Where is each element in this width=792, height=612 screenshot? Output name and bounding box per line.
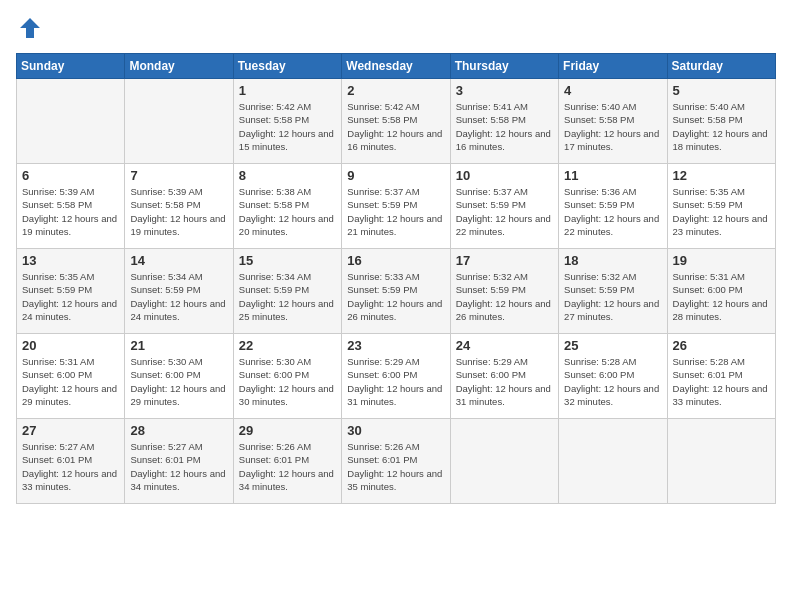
day-number: 23 (347, 338, 444, 353)
day-number: 28 (130, 423, 227, 438)
day-number: 16 (347, 253, 444, 268)
weekday-header-wednesday: Wednesday (342, 54, 450, 79)
day-info: Sunrise: 5:28 AM Sunset: 6:00 PM Dayligh… (564, 355, 661, 408)
day-info: Sunrise: 5:30 AM Sunset: 6:00 PM Dayligh… (239, 355, 336, 408)
day-number: 11 (564, 168, 661, 183)
day-number: 17 (456, 253, 553, 268)
weekday-header-saturday: Saturday (667, 54, 775, 79)
day-info: Sunrise: 5:26 AM Sunset: 6:01 PM Dayligh… (239, 440, 336, 493)
calendar-cell (667, 419, 775, 504)
day-info: Sunrise: 5:30 AM Sunset: 6:00 PM Dayligh… (130, 355, 227, 408)
page-header (16, 16, 776, 45)
day-info: Sunrise: 5:26 AM Sunset: 6:01 PM Dayligh… (347, 440, 444, 493)
weekday-header-thursday: Thursday (450, 54, 558, 79)
day-number: 19 (673, 253, 770, 268)
day-number: 1 (239, 83, 336, 98)
day-number: 29 (239, 423, 336, 438)
day-info: Sunrise: 5:29 AM Sunset: 6:00 PM Dayligh… (347, 355, 444, 408)
calendar-cell: 2Sunrise: 5:42 AM Sunset: 5:58 PM Daylig… (342, 79, 450, 164)
day-info: Sunrise: 5:39 AM Sunset: 5:58 PM Dayligh… (130, 185, 227, 238)
week-row-4: 20Sunrise: 5:31 AM Sunset: 6:00 PM Dayli… (17, 334, 776, 419)
day-info: Sunrise: 5:27 AM Sunset: 6:01 PM Dayligh… (130, 440, 227, 493)
day-number: 14 (130, 253, 227, 268)
day-number: 9 (347, 168, 444, 183)
day-info: Sunrise: 5:42 AM Sunset: 5:58 PM Dayligh… (347, 100, 444, 153)
calendar-cell: 9Sunrise: 5:37 AM Sunset: 5:59 PM Daylig… (342, 164, 450, 249)
day-info: Sunrise: 5:42 AM Sunset: 5:58 PM Dayligh… (239, 100, 336, 153)
day-number: 22 (239, 338, 336, 353)
calendar-cell: 5Sunrise: 5:40 AM Sunset: 5:58 PM Daylig… (667, 79, 775, 164)
day-number: 2 (347, 83, 444, 98)
day-number: 30 (347, 423, 444, 438)
day-number: 3 (456, 83, 553, 98)
day-number: 8 (239, 168, 336, 183)
day-info: Sunrise: 5:34 AM Sunset: 5:59 PM Dayligh… (130, 270, 227, 323)
calendar-cell: 19Sunrise: 5:31 AM Sunset: 6:00 PM Dayli… (667, 249, 775, 334)
week-row-2: 6Sunrise: 5:39 AM Sunset: 5:58 PM Daylig… (17, 164, 776, 249)
day-info: Sunrise: 5:36 AM Sunset: 5:59 PM Dayligh… (564, 185, 661, 238)
calendar-cell: 14Sunrise: 5:34 AM Sunset: 5:59 PM Dayli… (125, 249, 233, 334)
day-number: 20 (22, 338, 119, 353)
calendar-cell: 3Sunrise: 5:41 AM Sunset: 5:58 PM Daylig… (450, 79, 558, 164)
calendar-cell: 16Sunrise: 5:33 AM Sunset: 5:59 PM Dayli… (342, 249, 450, 334)
calendar-cell: 18Sunrise: 5:32 AM Sunset: 5:59 PM Dayli… (559, 249, 667, 334)
day-number: 12 (673, 168, 770, 183)
logo-text (16, 16, 42, 45)
day-info: Sunrise: 5:40 AM Sunset: 5:58 PM Dayligh… (673, 100, 770, 153)
day-number: 26 (673, 338, 770, 353)
calendar-cell: 21Sunrise: 5:30 AM Sunset: 6:00 PM Dayli… (125, 334, 233, 419)
calendar-cell: 29Sunrise: 5:26 AM Sunset: 6:01 PM Dayli… (233, 419, 341, 504)
calendar-cell: 27Sunrise: 5:27 AM Sunset: 6:01 PM Dayli… (17, 419, 125, 504)
weekday-header-sunday: Sunday (17, 54, 125, 79)
svg-marker-0 (20, 18, 40, 38)
day-info: Sunrise: 5:41 AM Sunset: 5:58 PM Dayligh… (456, 100, 553, 153)
logo (16, 16, 42, 45)
calendar-cell: 24Sunrise: 5:29 AM Sunset: 6:00 PM Dayli… (450, 334, 558, 419)
calendar-cell (125, 79, 233, 164)
day-info: Sunrise: 5:35 AM Sunset: 5:59 PM Dayligh… (673, 185, 770, 238)
calendar-cell: 4Sunrise: 5:40 AM Sunset: 5:58 PM Daylig… (559, 79, 667, 164)
day-info: Sunrise: 5:31 AM Sunset: 6:00 PM Dayligh… (22, 355, 119, 408)
calendar-cell: 8Sunrise: 5:38 AM Sunset: 5:58 PM Daylig… (233, 164, 341, 249)
day-info: Sunrise: 5:37 AM Sunset: 5:59 PM Dayligh… (456, 185, 553, 238)
calendar-cell: 10Sunrise: 5:37 AM Sunset: 5:59 PM Dayli… (450, 164, 558, 249)
weekday-header-friday: Friday (559, 54, 667, 79)
calendar-cell: 20Sunrise: 5:31 AM Sunset: 6:00 PM Dayli… (17, 334, 125, 419)
day-number: 13 (22, 253, 119, 268)
weekday-header-tuesday: Tuesday (233, 54, 341, 79)
calendar-cell: 7Sunrise: 5:39 AM Sunset: 5:58 PM Daylig… (125, 164, 233, 249)
day-info: Sunrise: 5:38 AM Sunset: 5:58 PM Dayligh… (239, 185, 336, 238)
day-number: 15 (239, 253, 336, 268)
day-info: Sunrise: 5:37 AM Sunset: 5:59 PM Dayligh… (347, 185, 444, 238)
calendar-cell: 15Sunrise: 5:34 AM Sunset: 5:59 PM Dayli… (233, 249, 341, 334)
day-info: Sunrise: 5:32 AM Sunset: 5:59 PM Dayligh… (456, 270, 553, 323)
weekday-header-monday: Monday (125, 54, 233, 79)
calendar-cell: 25Sunrise: 5:28 AM Sunset: 6:00 PM Dayli… (559, 334, 667, 419)
day-info: Sunrise: 5:28 AM Sunset: 6:01 PM Dayligh… (673, 355, 770, 408)
day-info: Sunrise: 5:32 AM Sunset: 5:59 PM Dayligh… (564, 270, 661, 323)
day-info: Sunrise: 5:29 AM Sunset: 6:00 PM Dayligh… (456, 355, 553, 408)
day-number: 5 (673, 83, 770, 98)
day-number: 27 (22, 423, 119, 438)
calendar-cell: 28Sunrise: 5:27 AM Sunset: 6:01 PM Dayli… (125, 419, 233, 504)
calendar-cell: 23Sunrise: 5:29 AM Sunset: 6:00 PM Dayli… (342, 334, 450, 419)
day-info: Sunrise: 5:40 AM Sunset: 5:58 PM Dayligh… (564, 100, 661, 153)
week-row-5: 27Sunrise: 5:27 AM Sunset: 6:01 PM Dayli… (17, 419, 776, 504)
day-number: 21 (130, 338, 227, 353)
calendar-table: SundayMondayTuesdayWednesdayThursdayFrid… (16, 53, 776, 504)
day-number: 7 (130, 168, 227, 183)
calendar-cell: 30Sunrise: 5:26 AM Sunset: 6:01 PM Dayli… (342, 419, 450, 504)
calendar-cell: 6Sunrise: 5:39 AM Sunset: 5:58 PM Daylig… (17, 164, 125, 249)
week-row-3: 13Sunrise: 5:35 AM Sunset: 5:59 PM Dayli… (17, 249, 776, 334)
weekday-header-row: SundayMondayTuesdayWednesdayThursdayFrid… (17, 54, 776, 79)
day-number: 18 (564, 253, 661, 268)
calendar-cell (17, 79, 125, 164)
calendar-cell: 26Sunrise: 5:28 AM Sunset: 6:01 PM Dayli… (667, 334, 775, 419)
calendar-cell: 22Sunrise: 5:30 AM Sunset: 6:00 PM Dayli… (233, 334, 341, 419)
week-row-1: 1Sunrise: 5:42 AM Sunset: 5:58 PM Daylig… (17, 79, 776, 164)
day-number: 10 (456, 168, 553, 183)
day-number: 6 (22, 168, 119, 183)
calendar-cell: 11Sunrise: 5:36 AM Sunset: 5:59 PM Dayli… (559, 164, 667, 249)
day-number: 24 (456, 338, 553, 353)
day-info: Sunrise: 5:27 AM Sunset: 6:01 PM Dayligh… (22, 440, 119, 493)
